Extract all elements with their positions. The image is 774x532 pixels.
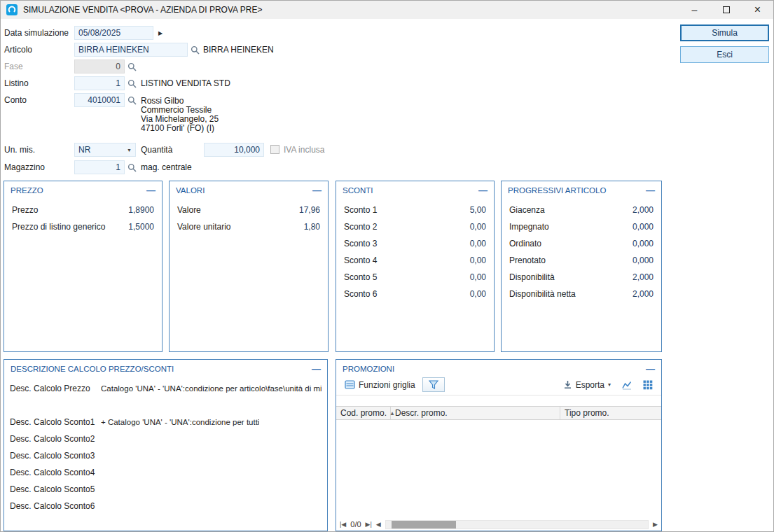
desc-row: Desc. Calcolo Sconto1 + Catalogo 'UNA' -… [4,414,327,430]
fase-field [74,59,125,74]
chart-button[interactable] [618,377,636,393]
row-label: Prenotato [509,255,546,265]
un-mis-value: NR [78,145,90,155]
layout-grid-button[interactable] [639,377,657,393]
horizontal-scrollbar[interactable] [385,520,649,529]
panel-row: Sconto 1 5,00 [336,202,494,218]
simula-button[interactable]: Simula [680,24,769,41]
articolo-lookup-button[interactable] [189,44,200,55]
row-value: 0,00 [470,222,486,232]
row-label: Prezzo [12,205,38,215]
last-record-button[interactable]: ▶| [364,521,373,528]
panel-prezzo-title: PREZZO [11,186,43,195]
panel-row: Sconto 3 0,00 [336,235,494,252]
row-value: 0,00 [470,272,486,282]
promo-navigation-bar: |◀ 0/0 ▶| ◀ ▶ [336,518,661,531]
row-value: + Catalogo 'UNA' - 'UNA':condizione per … [101,418,259,426]
iva-inclusa-label: IVA inclusa [284,145,324,155]
panel-row: Sconto 4 0,00 [336,252,494,269]
fase-lookup-button[interactable] [126,61,137,72]
grid-functions-icon [345,379,355,390]
panel-collapse-icon[interactable]: — [646,188,655,193]
panel-collapse-icon[interactable]: — [478,188,488,193]
row-label: Ordinato [509,239,541,248]
row-label: Valore unitario [177,222,231,232]
search-icon [127,79,137,88]
esporta-label: Esporta [576,380,604,390]
conto-field[interactable] [74,93,125,107]
desc-row: Desc. Calcolo Sconto2 [4,430,327,447]
iva-inclusa-checkbox [270,145,279,154]
application-window: SIMULAZIONE VENDITA <PROVA - AZIENDA DI … [0,0,774,532]
title-bar: SIMULAZIONE VENDITA <PROVA - AZIENDA DI … [1,1,773,19]
first-record-button[interactable]: |◀ [338,521,347,528]
panel-collapse-icon[interactable]: — [146,188,156,193]
panel-collapse-icon[interactable]: — [312,366,321,372]
row-value: 2,000 [633,272,654,282]
listino-label: Listino [4,78,29,88]
row-value: 17,96 [299,205,320,215]
row-label: Giacenza [509,205,545,215]
data-simulazione-label: Data simulazione [4,28,69,38]
search-icon [127,96,137,105]
minimize-button[interactable]: – [679,1,710,19]
panel-collapse-icon[interactable]: — [646,366,655,372]
funzioni-griglia-button[interactable]: Funzioni griglia [340,377,420,393]
articolo-description: BIRRA HEINEKEN [203,45,274,55]
row-value: 0,000 [633,222,654,232]
app-icon [6,4,18,15]
maximize-button[interactable] [710,1,742,19]
row-label: Disponibilità [509,272,555,282]
scroll-left-button[interactable]: ◀ [375,521,382,528]
column-label: Tipo promo. [565,408,609,418]
column-header-cod-promo[interactable]: Cod. promo. ▲ [336,407,391,419]
filter-icon [429,380,438,389]
close-button[interactable]: × [742,1,773,19]
row-label: Desc. Calcolo Sconto1 [10,417,101,427]
column-header-tipo-promo[interactable]: Tipo promo. [560,407,661,419]
scrollbar-thumb[interactable] [392,521,456,528]
row-label: Impegnato [509,222,549,232]
quantita-field[interactable] [204,143,264,157]
date-picker-button[interactable]: ▶ [155,27,166,38]
conto-label: Conto [4,95,27,105]
row-value: Catalogo 'UNA' - 'UNA':condizione per ar… [101,384,322,393]
row-label: Desc. Calcolo Sconto4 [10,468,101,477]
articolo-field[interactable] [74,43,188,57]
panel-progressivi-articolo: PROGRESSIVI ARTICOLO — Giacenza 2,000 Im… [501,181,662,352]
panel-row: Disponibilità 2,000 [502,269,661,286]
row-label: Desc. Calcolo Sconto2 [10,434,101,444]
row-value: 2,000 [633,205,654,215]
row-label: Desc. Calcolo Sconto3 [10,451,101,461]
row-label: Sconto 1 [344,205,377,215]
panel-collapse-icon[interactable]: — [312,188,322,193]
conto-lookup-button[interactable] [126,94,137,106]
fase-label: Fase [4,62,23,71]
desc-row: Desc. Calcolo Sconto3 [4,447,327,464]
column-header-descr-promo[interactable]: Descr. promo. [391,407,560,419]
scroll-right-button[interactable]: ▶ [651,521,659,528]
row-value: 0,000 [633,255,654,265]
listino-lookup-button[interactable] [126,78,137,89]
panel-descrizione-title: DESCRIZIONE CALCOLO PREZZO/SCONTI [11,365,174,373]
promozioni-toolbar: Funzioni griglia Esporta ▾ [336,374,661,396]
quantita-label: Quantità [141,145,172,155]
row-value: 1,80 [304,222,320,232]
panel-sconti-title: SCONTI [343,186,373,195]
magazzino-lookup-button[interactable] [126,162,137,173]
row-label: Prezzo di listino generico [12,222,105,232]
magazzino-field[interactable] [74,160,125,174]
row-label: Sconto 5 [344,272,377,282]
data-simulazione-field[interactable] [74,26,153,40]
esporta-button[interactable]: Esporta ▾ [559,377,615,393]
download-icon [563,380,572,389]
maximize-icon [723,6,730,13]
row-label: Disponibilità netta [509,289,576,299]
filter-button[interactable] [422,377,445,392]
listino-field[interactable] [74,76,125,90]
esci-button[interactable]: Esci [680,46,769,63]
panel-row: Valore unitario 1,80 [170,218,328,235]
un-mis-select[interactable]: NR ▼ [74,143,136,157]
row-label: Sconto 4 [344,255,377,265]
conto-address-line: 47100 Forli' (FO) (I) [141,124,219,133]
